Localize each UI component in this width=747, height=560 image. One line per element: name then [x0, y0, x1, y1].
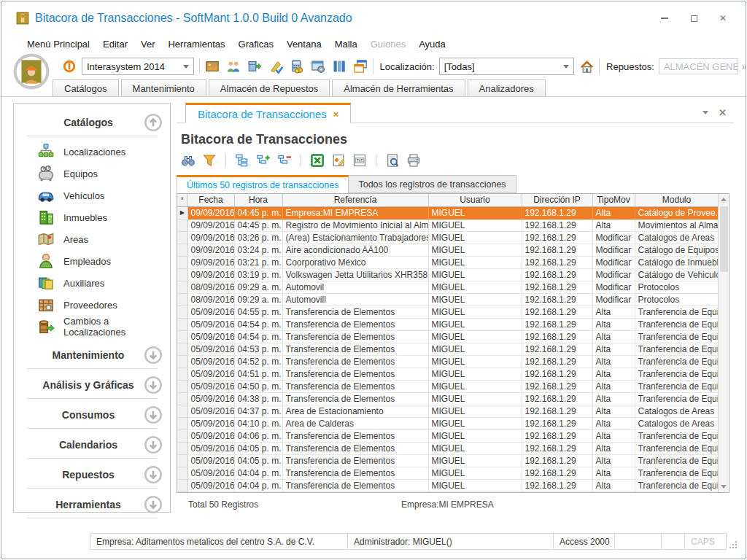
table-row[interactable]: 05/09/201604:04 p. m.Transferencia de El… — [177, 479, 719, 491]
arrow-up-circle-icon[interactable] — [144, 113, 163, 132]
scroll-down-icon[interactable] — [719, 481, 729, 492]
export-box-icon[interactable] — [247, 59, 262, 74]
arrow-down-circle-icon[interactable] — [144, 346, 163, 365]
tree-minus-icon[interactable] — [277, 153, 292, 168]
column-header-usuario[interactable]: Usuario — [428, 194, 522, 206]
menu-ventana[interactable]: Ventana — [280, 36, 328, 52]
edit-quill-icon[interactable] — [268, 59, 283, 74]
menu-graficas[interactable]: Graficas — [232, 36, 280, 52]
resize-grip[interactable] — [728, 540, 738, 550]
home-icon[interactable] — [580, 60, 594, 74]
sidebar-item-cambios-a-localizaciones[interactable]: Cambios a Localizaciones — [14, 316, 170, 338]
maximize-button[interactable] — [684, 11, 703, 26]
arrow-down-circle-icon[interactable] — [144, 435, 163, 454]
sidebar-section-repuestos[interactable]: Repuestos — [14, 463, 170, 486]
column-header-modulo[interactable]: Modulo — [635, 194, 719, 206]
menu-ver[interactable]: Ver — [134, 36, 162, 52]
sidebar-section-consumos[interactable]: Consumos — [14, 403, 170, 427]
note-icon[interactable] — [331, 153, 346, 168]
subtab-ultimos-50-registros-de-transacciones[interactable]: Últimos 50 registros de transacciones — [177, 175, 349, 193]
minimize-button[interactable] — [655, 11, 674, 26]
menu-editar[interactable]: Editar — [96, 36, 134, 52]
table-row[interactable]: 05/09/201604:37 p. m.Area de Estacionami… — [177, 405, 719, 417]
localizacion-select[interactable]: [Todas] — [439, 58, 575, 75]
menu-herramientas[interactable]: Herramientas — [161, 36, 231, 52]
tab-analizadores[interactable]: Analizadores — [468, 79, 546, 96]
tab-catalogos[interactable]: Catálogos — [53, 79, 119, 96]
scroll-up-icon[interactable] — [719, 194, 729, 205]
arrow-down-circle-icon[interactable] — [144, 495, 163, 514]
menu-menu-principal[interactable]: Menú Principal — [20, 36, 96, 52]
close-document-icon[interactable]: ✕ — [719, 107, 727, 118]
table-row[interactable]: 05/09/201604:54 p. m.Transferencia de El… — [177, 318, 719, 330]
menu-ayuda[interactable]: Ayuda — [412, 36, 452, 52]
table-row[interactable]: 05/09/201604:05 p. m.Transferencia de El… — [177, 454, 719, 467]
calculator-icon[interactable] — [290, 59, 304, 74]
close-button[interactable]: ✕ — [713, 11, 732, 26]
column-header-referencia[interactable]: Referencía — [282, 194, 428, 206]
tab-almacen-de-herramientas[interactable]: Almacén de Herramientas — [332, 79, 465, 96]
column-header-direccion-ip[interactable]: Dirección IP — [522, 194, 592, 206]
table-row[interactable]: 05/09/201604:06 p. m.Transferencia de El… — [177, 429, 719, 442]
scrollbar-thumb[interactable] — [720, 206, 728, 272]
table-row[interactable]: 05/09/201604:05 p. m.Transferencia de El… — [177, 442, 719, 454]
table-row[interactable]: 05/09/201604:52 p. m.Transferencia de El… — [177, 355, 719, 368]
table-row[interactable]: 05/09/201604:10 p. m.Area de CalderasMIG… — [177, 417, 719, 429]
table-row[interactable]: 05/09/201604:04 p. m.Transferencia de El… — [177, 467, 719, 479]
table-row[interactable]: 05/09/201604:55 p. m.Transferencia de El… — [177, 306, 719, 318]
table-row[interactable]: 05/09/201604:53 p. m.Transferencia de El… — [177, 343, 719, 355]
binoculars-icon[interactable] — [181, 153, 196, 168]
users-icon[interactable] — [226, 59, 241, 74]
sidebar-section-herramientas[interactable]: Herramientas — [14, 493, 170, 516]
sidebar-section-catalogos[interactable]: Catálogos — [14, 111, 170, 134]
sidebar-item-localizaciones[interactable]: Localizaciones — [14, 141, 170, 163]
subtab-todos-los-registros-de-transacciones[interactable]: Todos los registros de transacciones — [349, 175, 516, 193]
sidebar-item-areas[interactable]: Areas — [14, 228, 170, 250]
tab-close-icon[interactable]: × — [333, 109, 339, 120]
sidebar-section-calendarios[interactable]: Calendarios — [14, 433, 170, 456]
window-settings-icon[interactable] — [311, 59, 325, 74]
txt-icon[interactable]: TxT — [352, 153, 367, 168]
user-avatar[interactable] — [13, 53, 50, 90]
arrow-down-circle-icon[interactable] — [144, 376, 163, 394]
menu-malla[interactable]: Malla — [328, 36, 364, 52]
column-header-marker[interactable]: * — [177, 194, 187, 206]
table-row[interactable]: 05/09/201604:50 p. m.Transferencia de El… — [177, 380, 719, 392]
funnel-icon[interactable] — [202, 153, 217, 168]
printer-icon[interactable] — [406, 153, 421, 168]
tab-almacen-de-repuestos[interactable]: Almacén de Repuestos — [209, 79, 330, 96]
tree-plus-icon[interactable] — [256, 153, 271, 168]
image-icon[interactable] — [205, 59, 220, 74]
arrow-down-circle-icon[interactable] — [144, 465, 163, 484]
document-tab[interactable]: Bitacora de Transacciones × — [185, 103, 351, 123]
table-row[interactable]: 05/09/201604:38 p. m.Transferencia de El… — [177, 392, 719, 405]
table-row[interactable]: 09/09/201603:26 p. m.(Area) Estacionamie… — [177, 231, 719, 244]
sidebar-item-equipos[interactable]: Equipos — [14, 163, 170, 184]
sidebar-item-proveedores[interactable]: Proveedores — [14, 294, 170, 316]
column-header-tipomov[interactable]: TipoMov — [592, 194, 635, 206]
table-row[interactable]: 09/09/201603:24 p. m.Aire acondicionado … — [177, 244, 719, 256]
table-row[interactable]: ▶09/09/201604:45 p. m.Empresa:MI EMPRESA… — [177, 206, 719, 219]
tab-list-dropdown-icon[interactable] — [703, 111, 708, 114]
column-header-hora[interactable]: Hora — [234, 194, 282, 206]
company-select[interactable]: Interasystem 2014 — [82, 58, 194, 75]
columns-icon[interactable] — [332, 59, 347, 74]
sidebar-section-analisis-y-graficas[interactable]: Análisis y Gráficas — [14, 373, 170, 397]
table-row[interactable]: 08/09/201609:29 a. m.AutomovilMIGUEL192.… — [177, 281, 719, 293]
sidebar-item-inmuebles[interactable]: Inmuebles — [14, 206, 170, 228]
table-row[interactable]: 05/09/201604:54 p. m.Transferencia de El… — [177, 330, 719, 343]
table-row[interactable]: 09/09/201603:21 p. m.Coorporativo México… — [177, 256, 719, 268]
repuestos-expand-button[interactable]: ›› — [742, 63, 746, 71]
window-switch-icon[interactable] — [353, 59, 368, 74]
column-header-fecha[interactable]: Fecha — [187, 194, 234, 206]
tab-mantenimiento[interactable]: Mantenimiento — [121, 79, 206, 96]
table-row[interactable]: 08/09/201609:29 a. m.AutomovillMIGUEL192… — [177, 293, 719, 306]
sidebar-item-auxiliares[interactable]: Auxiliares — [14, 272, 170, 294]
vertical-scrollbar[interactable] — [718, 194, 729, 492]
sidebar-item-empleados[interactable]: Empleados — [14, 250, 170, 272]
sidebar-item-vehiculos[interactable]: Vehículos — [14, 184, 170, 206]
table-row[interactable]: 09/09/201603:19 p. m.Volkswagen Jetta Ut… — [177, 268, 719, 281]
arrow-down-circle-icon[interactable] — [144, 405, 163, 424]
preview-icon[interactable] — [385, 153, 400, 168]
sidebar-section-mantenimiento[interactable]: Mantenimiento — [14, 343, 170, 367]
